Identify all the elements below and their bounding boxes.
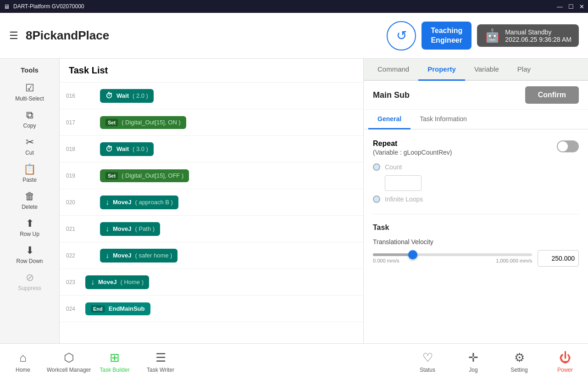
movej-badge-3[interactable]: ↓ MoveJ ( safer home ) — [100, 249, 178, 263]
task-list-body[interactable]: 016 ⏱ Wait ( 2.0 ) 017 Set ( Digital_Out… — [60, 83, 363, 343]
line-number: 017 — [60, 119, 82, 126]
tool-row-up[interactable]: ⬆ Row Up — [0, 214, 59, 241]
nav-task-writer[interactable]: ☰ Task Writer — [138, 351, 183, 373]
table-row[interactable]: 019 Set ( Digital_Out[15], OFF ) — [60, 162, 363, 189]
end-badge[interactable]: End EndMainSub — [85, 302, 150, 315]
table-row[interactable]: 021 ↓ MoveJ ( Path ) — [60, 216, 363, 242]
movej-label: MoveJ — [113, 199, 131, 206]
movej-badge[interactable]: ↓ MoveJ ( approach B ) — [100, 196, 178, 209]
count-radio[interactable] — [373, 163, 380, 171]
movej-icon-2: ↓ — [105, 225, 109, 233]
nav-status-label: Status — [420, 367, 435, 373]
movej-badge-4[interactable]: ↓ MoveJ ( Home ) — [85, 275, 149, 289]
nav-workcell-manager[interactable]: ⬡ Workcell Manager — [46, 351, 92, 373]
infinite-loops-radio[interactable] — [373, 196, 380, 203]
cut-icon: ✂ — [26, 136, 34, 148]
tool-delete-label: Delete — [22, 204, 38, 210]
tool-paste-label: Paste — [22, 177, 37, 183]
set-badge[interactable]: Set ( Digital_Out[15], ON ) — [100, 116, 186, 129]
main-layout: Tools ☑ Multi-Select ⧉ Copy ✂ Cut 📋 Past… — [0, 59, 588, 343]
tool-paste[interactable]: 📋 Paste — [0, 160, 59, 187]
tool-row-up-label: Row Up — [20, 231, 39, 237]
set-param-2: ( Digital_Out[15], OFF ) — [122, 172, 183, 179]
nav-home[interactable]: ⌂ Home — [0, 351, 46, 373]
movej-param-3: ( safer home ) — [135, 252, 172, 259]
task-section: Task Translational Velocity 0.000 mm/s 1… — [373, 224, 579, 267]
wait-icon: ⏱ — [105, 92, 113, 100]
teaching-engineer-button[interactable]: TeachingEngineer — [422, 22, 472, 50]
task-builder-icon: ⊞ — [110, 351, 120, 365]
refresh-button[interactable]: ↺ — [387, 21, 416, 50]
slider-track[interactable] — [373, 253, 532, 256]
tab-command[interactable]: Command — [368, 59, 418, 81]
tool-row-down-label: Row Down — [16, 258, 43, 264]
line-number: 023 — [60, 279, 82, 285]
wait-badge-2[interactable]: ⏱ Wait ( 3.0 ) — [100, 142, 154, 156]
main-sub-title: Main Sub — [373, 90, 410, 100]
title-bar-controls[interactable]: — ☐ ✕ — [557, 3, 584, 10]
velocity-input[interactable] — [538, 250, 579, 267]
maximize-button[interactable]: ☐ — [568, 3, 574, 10]
nav-setting[interactable]: ⚙ Setting — [496, 351, 542, 373]
table-row[interactable]: 018 ⏱ Wait ( 3.0 ) — [60, 136, 363, 162]
nav-jog[interactable]: ✛ Jog — [450, 351, 496, 373]
tool-multi-select[interactable]: ☑ Multi-Select — [0, 78, 59, 106]
sub-tab-general[interactable]: General — [368, 110, 410, 129]
tool-copy[interactable]: ⧉ Copy — [0, 106, 59, 133]
movej-param: ( approach B ) — [135, 199, 172, 206]
nav-home-label: Home — [16, 367, 30, 373]
movej-param-2: ( Path ) — [135, 225, 155, 232]
minimize-button[interactable]: — — [557, 3, 563, 10]
nav-task-writer-label: Task Writer — [147, 367, 174, 373]
end-label: EndMainSub — [109, 305, 145, 312]
table-row[interactable]: 017 Set ( Digital_Out[15], ON ) — [60, 109, 363, 136]
line-number: 018 — [60, 146, 82, 152]
multi-select-icon: ☑ — [25, 82, 34, 94]
velocity-label: Translational Velocity — [373, 238, 579, 246]
tool-delete[interactable]: 🗑 Delete — [0, 187, 59, 214]
nav-power-label: Power — [557, 367, 573, 373]
slider-knob[interactable] — [408, 250, 417, 259]
table-row[interactable]: 016 ⏱ Wait ( 2.0 ) — [60, 83, 363, 109]
tool-row-down[interactable]: ⬇ Row Down — [0, 241, 59, 268]
table-row[interactable]: 022 ↓ MoveJ ( safer home ) — [60, 242, 363, 269]
home-icon: ⌂ — [19, 351, 27, 365]
tool-suppress-label: Suppress — [18, 285, 41, 291]
tab-variable[interactable]: Variable — [465, 59, 508, 81]
wait-badge[interactable]: ⏱ Wait ( 2.0 ) — [100, 89, 154, 103]
menu-icon[interactable]: ☰ — [9, 30, 18, 42]
table-row[interactable]: 024 End EndMainSub — [60, 296, 363, 322]
infinite-loops-label: Infinite Loops — [385, 196, 423, 203]
line-number: 024 — [60, 306, 82, 312]
jog-icon: ✛ — [468, 351, 478, 365]
nav-task-builder-label: Task Builder — [100, 367, 129, 373]
workcell-icon: ⬡ — [64, 351, 74, 365]
movej-icon-3: ↓ — [105, 251, 109, 260]
line-number: 020 — [60, 199, 82, 206]
tab-play[interactable]: Play — [508, 59, 540, 81]
repeat-toggle[interactable] — [557, 140, 579, 152]
infinite-loops-radio-option[interactable]: Infinite Loops — [373, 196, 579, 203]
tool-multi-select-label: Multi-Select — [15, 95, 44, 102]
set-badge-2[interactable]: Set ( Digital_Out[15], OFF ) — [100, 169, 189, 182]
sub-tab-task-information[interactable]: Task Information — [410, 110, 476, 129]
nav-task-builder[interactable]: ⊞ Task Builder — [92, 351, 138, 373]
tab-property[interactable]: Property — [418, 59, 465, 81]
nav-status[interactable]: ♡ Status — [405, 351, 450, 373]
row-up-icon: ⬆ — [26, 218, 34, 229]
nav-workcell-label: Workcell Manager — [47, 367, 91, 373]
tool-cut[interactable]: ✂ Cut — [0, 133, 59, 160]
count-input[interactable] — [385, 175, 422, 191]
slider-fill — [373, 253, 413, 256]
repeat-title: Repeat — [373, 139, 452, 149]
table-row[interactable]: 023 ↓ MoveJ ( Home ) — [60, 269, 363, 296]
delete-icon: 🗑 — [25, 190, 35, 202]
movej-badge-2[interactable]: ↓ MoveJ ( Path ) — [100, 222, 160, 236]
table-row[interactable]: 020 ↓ MoveJ ( approach B ) — [60, 189, 363, 216]
tool-suppress: ⊘ Suppress — [0, 268, 59, 295]
count-radio-option[interactable]: Count — [373, 163, 579, 171]
nav-power[interactable]: ⏻ Power — [542, 351, 588, 373]
confirm-button[interactable]: Confirm — [525, 86, 579, 104]
close-button[interactable]: ✕ — [579, 3, 584, 10]
task-writer-icon: ☰ — [155, 351, 166, 365]
